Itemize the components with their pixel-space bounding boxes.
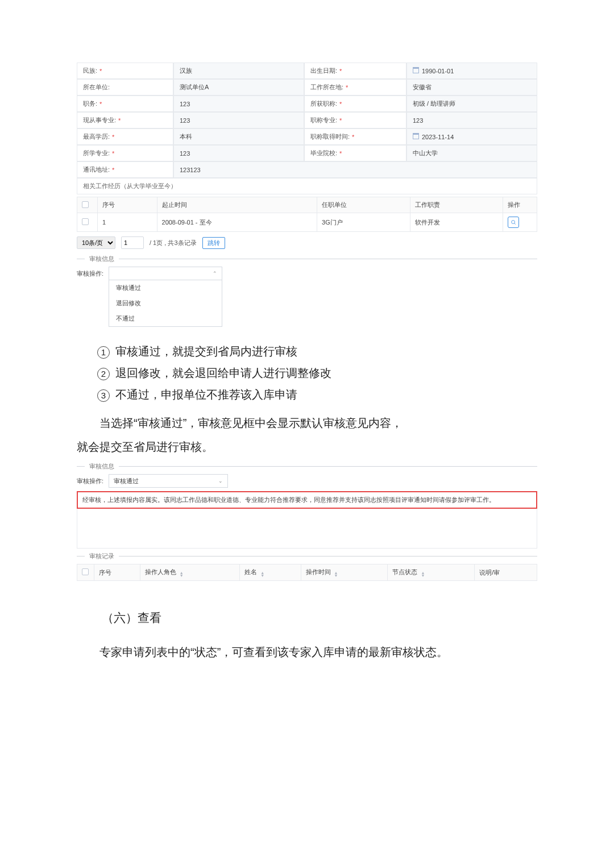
col-index: 序号 [98,197,157,213]
cell-duty: 软件开发 [410,213,503,232]
cell-index: 1 [98,213,157,232]
form-label-3-b: 职称专业:* [304,112,406,128]
page-number-input[interactable] [121,236,144,249]
form-label-address: 通讯地址:* [77,161,173,178]
required-star: * [112,134,114,140]
option-reject[interactable]: 不通过 [109,311,222,326]
page-info: / 1页 , 共3条记录 [150,239,197,247]
cell-range: 2008-09-01 - 至今 [157,213,317,232]
form-value-4-b: 2023-11-14 [406,128,537,145]
paragraph-status: 专家申请列表中的“状态”，可查看到该专家入库申请的最新审核状态。 [77,640,537,664]
sort-icon: ▲▼ [180,571,184,577]
col-unit: 任职单位 [317,197,410,213]
line-3: 不通过，申报单位不推荐该入库申请 [115,388,297,401]
col-note: 说明/审 [475,564,537,581]
form-label-4-b: 职称取得时间:* [304,128,406,145]
col-status[interactable]: 节点状态▲▼ [388,564,475,581]
form-label-4-a: 最高学历:* [77,128,173,145]
section-title: 审核记录 [89,552,114,560]
chevron-up-icon: ⌃ [213,271,217,276]
review-operation-field-2: 审核操作: 审核通过 ⌄ [77,474,537,488]
required-star: * [118,117,121,124]
select-all-checkbox[interactable] [82,568,89,575]
review-opinion-box[interactable]: 经审核，上述填报内容属实。该同志工作品德和职业道德、专业能力符合推荐要求，同意推… [77,491,537,509]
form-label-3-a: 现从事专业:* [77,112,173,128]
heading-six-view: （六）查看 [102,605,537,631]
form-value-4-a: 本科 [173,128,304,145]
form-value-0-a: 汉族 [173,63,304,79]
form-value-3-a: 123 [173,112,304,128]
table-row: 1 2008-09-01 - 至今 3G门户 软件开发 [77,213,537,232]
page-size-select[interactable]: 10条/页 [77,236,115,249]
line-2: 退回修改，就会退回给申请人进行调整修改 [115,367,331,379]
section-review-log: 审核记录 [77,552,537,560]
form-label-0-a: 民族:* [77,63,173,79]
sort-icon: ▲▼ [260,571,264,577]
sort-icon: ▲▼ [334,571,338,577]
form-value-5-b: 中山大学 [406,145,537,161]
view-icon[interactable] [508,217,519,228]
num-2: 2 [97,368,110,380]
jump-button[interactable]: 跳转 [202,237,225,249]
form-value-1-a: 测试单位A [173,79,304,95]
line-1: 审核通过，就提交到省局内进行审核 [115,345,297,358]
review-op-label: 审核操作: [77,267,105,278]
form-label-5-a: 所学专业:* [77,145,173,161]
form-value-2-a: 123 [173,95,304,112]
form-label-2-b: 所获职称:* [304,95,406,112]
form-label-5-b: 毕业院校:* [304,145,406,161]
opinion-extra-area [77,509,537,549]
option-return[interactable]: 退回修改 [109,296,222,311]
cell-unit: 3G门户 [317,213,410,232]
form-value-3-b: 123 [406,112,537,128]
form-value-0-b: 1990-01-01 [406,63,537,79]
required-star: * [112,167,114,173]
applicant-form: 民族:*汉族出生日期:*1990-01-01所在单位:测试单位A工作所在地:*安… [77,63,537,194]
select-all-checkbox[interactable] [82,201,89,208]
num-3: 3 [97,389,110,402]
selected-value: 审核通过 [114,477,139,485]
required-star: * [339,68,342,74]
section-title: 审核信息 [89,255,114,263]
required-star: * [99,101,102,107]
calendar-icon [413,133,422,140]
required-star: * [346,84,348,91]
form-label-0-b: 出生日期:* [304,63,406,79]
chevron-down-icon: ⌄ [218,478,223,484]
form-label-1-b: 工作所在地:* [304,79,406,95]
svg-line-1 [515,223,516,225]
work-history-table: 序号 起止时间 任职单位 工作职责 操作 1 2008-09-01 - 至今 3… [77,197,537,232]
required-star: * [339,117,342,124]
form-value-1-b: 安徽省 [406,79,537,95]
required-star: * [339,150,342,157]
review-op-label-2: 审核操作: [77,474,105,485]
form-value-2-b: 初级 / 助理讲师 [406,95,537,112]
num-1: 1 [97,346,110,359]
col-duty: 工作职责 [410,197,503,213]
required-star: * [339,101,342,107]
table-header-row: 序号 起止时间 任职单位 工作职责 操作 [77,197,537,213]
sort-icon: ▲▼ [421,571,425,577]
required-star: * [112,150,114,157]
col-name[interactable]: 姓名▲▼ [240,564,301,581]
section-review-info: 审核信息 [77,255,537,263]
svg-point-0 [512,221,515,224]
col-range: 起止时间 [157,197,317,213]
pager: 10条/页 / 1页 , 共3条记录 跳转 [77,236,537,249]
col-role[interactable]: 操作人角色▲▼ [140,564,240,581]
table-header-row: 序号 操作人角色▲▼ 姓名▲▼ 操作时间▲▼ 节点状态▲▼ 说明/审 [77,564,537,581]
row-checkbox[interactable] [82,218,89,225]
required-star: * [352,134,354,140]
paragraph-approve-2: 就会提交至省局进行审核。 [77,435,537,459]
review-log-table: 序号 操作人角色▲▼ 姓名▲▼ 操作时间▲▼ 节点状态▲▼ 说明/审 [77,564,537,581]
calendar-icon [413,67,422,74]
review-op-select-2[interactable]: 审核通过 ⌄ [109,474,228,488]
review-operation-field: 审核操作: ⌃ 审核通过 退回修改 不通过 [77,267,537,327]
form-value-5-a: 123 [173,145,304,161]
form-label-2-a: 职务:* [77,95,173,112]
col-time[interactable]: 操作时间▲▼ [301,564,388,581]
col-index: 序号 [94,564,140,581]
section-review-info-2: 审核信息 [77,462,537,471]
review-op-select[interactable]: ⌃ [109,267,222,280]
option-approve[interactable]: 审核通过 [109,280,222,296]
